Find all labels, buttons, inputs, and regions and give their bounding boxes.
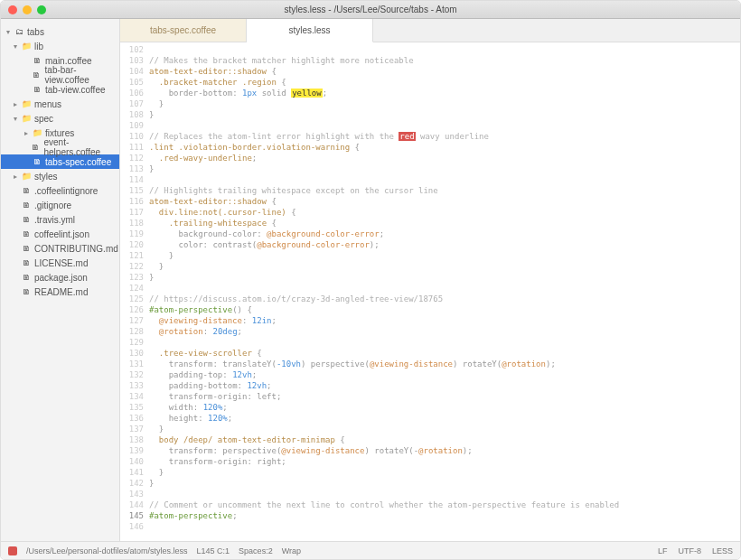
close-icon[interactable]: [8, 5, 17, 14]
tree-file[interactable]: 🗎.coffeelintignore: [1, 183, 119, 198]
tree-label: coffeelint.json: [34, 229, 89, 239]
code-editor[interactable]: 1021031041051061071081091101111121131141…: [120, 42, 740, 541]
tree-file[interactable]: 🗎tab-view.coffee: [1, 82, 119, 97]
file-icon: 🗎: [32, 85, 42, 94]
file-icon: 🗎: [21, 287, 32, 296]
tree-label: tabs: [27, 27, 44, 37]
tree-label: CONTRIBUTING.md: [34, 244, 118, 254]
file-icon: 🗎: [21, 186, 32, 195]
status-encoding[interactable]: UTF-8: [678, 546, 701, 555]
status-path[interactable]: /Users/Lee/personal-dotfiles/atom/styles…: [26, 546, 188, 555]
line-gutter: 1021031041051061071081091101111121131141…: [120, 42, 149, 541]
minimize-icon[interactable]: [23, 5, 32, 14]
status-wrap[interactable]: Wrap: [282, 546, 301, 555]
file-icon: 🗎: [32, 157, 42, 166]
code-area[interactable]: // Makes the bracket matcher highlight m…: [149, 42, 740, 541]
folder-icon: 📁: [21, 99, 32, 108]
tree-label: styles: [34, 172, 58, 182]
file-icon: 🗎: [32, 70, 42, 79]
tree-label: lib: [34, 42, 43, 51]
tree-label: tab-view.coffee: [45, 85, 106, 95]
tree-label: README.md: [34, 287, 88, 297]
tab[interactable]: styles.less: [247, 19, 373, 42]
tree-label: tab-bar-view.coffee: [45, 65, 119, 85]
window-title: styles.less - /Users/Lee/Source/tabs - A…: [284, 5, 456, 14]
tree-file[interactable]: 🗎event-helpers.coffee: [1, 140, 119, 154]
status-spaces[interactable]: Spaces:2: [239, 546, 273, 555]
tree-label: tabs-spec.coffee: [45, 157, 111, 167]
folder-icon: 📁: [21, 172, 32, 181]
tree-file[interactable]: 🗎coffeelint.json: [1, 227, 119, 241]
tree-root[interactable]: ▾🗂tabs: [1, 24, 119, 39]
tree-label: LICENSE.md: [34, 258, 88, 268]
tree-label: .coffeelintignore: [34, 186, 98, 196]
tree-folder[interactable]: ▸📁menus: [1, 97, 119, 111]
titlebar: styles.less - /Users/Lee/Source/tabs - A…: [1, 1, 740, 19]
file-icon: 🗎: [31, 143, 41, 152]
tab-bar: tabs-spec.coffeestyles.less: [120, 19, 740, 42]
tree-folder[interactable]: ▾📁lib: [1, 39, 119, 53]
tree-label: event-helpers.coffee: [43, 137, 119, 157]
status-position[interactable]: L145 C:1: [197, 546, 230, 555]
folder-icon: 📁: [21, 42, 32, 51]
file-icon: 🗎: [21, 258, 32, 267]
file-icon: 🗎: [21, 244, 32, 253]
file-icon: 🗎: [32, 56, 42, 65]
tab[interactable]: tabs-spec.coffee: [120, 19, 247, 42]
status-bar: /Users/Lee/personal-dotfiles/atom/styles…: [1, 541, 740, 559]
tree-file[interactable]: 🗎CONTRIBUTING.md: [1, 241, 119, 256]
file-icon: 🗎: [21, 215, 32, 224]
tree-file[interactable]: 🗎.gitignore: [1, 198, 119, 212]
tree-label: main.coffee: [45, 56, 92, 66]
folder-icon: 📁: [32, 128, 42, 137]
tree-file[interactable]: 🗎tabs-spec.coffee: [1, 154, 119, 169]
tree-file[interactable]: 🗎.travis.yml: [1, 212, 119, 227]
tree-label: .travis.yml: [34, 215, 75, 225]
tree-file[interactable]: 🗎README.md: [1, 285, 119, 299]
tree-label: .gitignore: [34, 201, 71, 210]
status-icon: [8, 546, 17, 555]
file-icon: 🗎: [21, 273, 32, 282]
status-lang[interactable]: LESS: [712, 546, 733, 555]
tree-file[interactable]: 🗎package.json: [1, 270, 119, 285]
tree-label: spec: [34, 114, 53, 124]
status-lf[interactable]: LF: [658, 546, 668, 555]
tree-label: package.json: [34, 273, 88, 283]
file-tree[interactable]: ▾🗂tabs ▾📁lib🗎main.coffee🗎tab-bar-view.co…: [1, 19, 120, 541]
file-icon: 🗎: [21, 229, 32, 238]
tree-label: menus: [34, 99, 61, 109]
file-icon: 🗎: [21, 201, 32, 210]
tree-folder[interactable]: ▾📁spec: [1, 111, 119, 126]
tree-file[interactable]: 🗎LICENSE.md: [1, 256, 119, 270]
tree-folder[interactable]: ▸📁styles: [1, 169, 119, 183]
tree-label: fixtures: [45, 128, 74, 138]
tree-file[interactable]: 🗎tab-bar-view.coffee: [1, 68, 119, 82]
folder-icon: 📁: [21, 114, 32, 123]
zoom-icon[interactable]: [37, 5, 46, 14]
